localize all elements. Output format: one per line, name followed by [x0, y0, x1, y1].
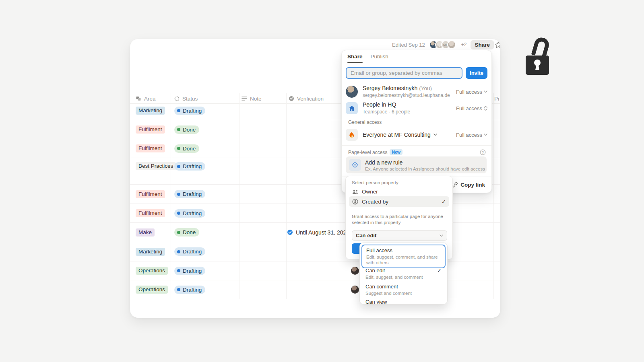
- status-label: Drafting: [183, 210, 202, 216]
- access-level-select[interactable]: Can edit: [352, 230, 447, 241]
- dropdown-option-can-edit[interactable]: Can edit ✓ Edit, suggest, and comment: [361, 265, 446, 282]
- general-access-row[interactable]: Everyone at MF Consulting Full access: [346, 127, 487, 143]
- dropdown-option-can-comment[interactable]: Can comment Suggest and comment: [361, 282, 446, 298]
- status-pill[interactable]: Drafting: [174, 286, 205, 294]
- status-pill[interactable]: Done: [174, 125, 199, 134]
- person-circle-icon: [352, 199, 358, 205]
- verification-value[interactable]: Until August 31, 2026: [287, 229, 349, 236]
- general-access-label: General access: [348, 119, 382, 125]
- status-pill[interactable]: Done: [174, 144, 199, 153]
- access-level-label: Full access: [456, 89, 482, 95]
- presence-avatars[interactable]: MF: [429, 40, 456, 49]
- area-property-icon: [136, 96, 141, 101]
- teamspace-tile: [346, 102, 358, 114]
- flame-icon: [349, 132, 355, 138]
- tab-share[interactable]: Share: [347, 50, 363, 63]
- area-tag[interactable]: Operations: [136, 267, 168, 275]
- lock-shackle: [531, 36, 551, 58]
- column-header-label: Verification: [297, 96, 324, 102]
- access-level-selector[interactable]: Full access: [456, 105, 487, 111]
- access-level-select-value: Can edit: [356, 232, 376, 239]
- document-card: Edited Sep 12 MF +2 Share Area: [130, 39, 500, 318]
- status-pill[interactable]: Drafting: [174, 107, 205, 115]
- access-level-dropdown: Full access Edit, suggest, comment, and …: [359, 243, 448, 304]
- status-pill[interactable]: Drafting: [174, 267, 205, 275]
- status-dot-icon: [177, 128, 180, 131]
- edited-timestamp: Edited Sep 12: [392, 42, 425, 48]
- option-title: Can edit: [365, 267, 385, 274]
- member-row[interactable]: People in HQ Teamspace · 6 people Full a…: [346, 100, 487, 116]
- area-tag[interactable]: Fulfilment: [136, 190, 165, 198]
- note-property-icon: [242, 96, 247, 101]
- rule-tile: [349, 159, 361, 171]
- add-rule-row[interactable]: Add a new rule Ex. Anyone selected in As…: [346, 156, 487, 173]
- option-title: Can comment: [365, 284, 398, 290]
- person-avatar[interactable]: [351, 267, 359, 275]
- status-pill[interactable]: Drafting: [174, 190, 205, 198]
- diamond-plus-icon: [351, 161, 359, 169]
- status-label: Drafting: [183, 108, 202, 114]
- access-level-label: Full access: [456, 105, 482, 111]
- dropdown-option-full-access[interactable]: Full access Edit, suggest, comment, and …: [361, 245, 446, 268]
- share-dialog: Share Publish Invite Sergey Belomestnykh…: [341, 50, 492, 193]
- access-level-selector[interactable]: Full access: [456, 89, 487, 95]
- property-option-created-by[interactable]: Created by ✓: [349, 196, 449, 207]
- verified-badge-icon: [287, 229, 293, 235]
- status-pill[interactable]: Done: [174, 228, 199, 237]
- verification-property-icon: [289, 96, 294, 101]
- column-header-label: Area: [144, 96, 156, 102]
- chevron-down-icon: [484, 134, 487, 136]
- area-tag[interactable]: Fulfilment: [136, 144, 165, 152]
- member-detail: Teamspace · 6 people: [363, 109, 410, 115]
- tab-publish[interactable]: Publish: [371, 50, 388, 63]
- copy-link-button[interactable]: Copy link: [452, 182, 485, 188]
- add-rule-title: Add a new rule: [365, 159, 402, 166]
- area-tag[interactable]: Fulfilment: [136, 209, 165, 217]
- area-tag[interactable]: Fulfilment: [136, 125, 165, 134]
- property-option-label: Owner: [362, 189, 378, 195]
- star-icon[interactable]: [495, 41, 500, 49]
- chevron-down-icon: [433, 134, 437, 136]
- area-tag[interactable]: Best Practices: [136, 162, 176, 170]
- option-subtitle: Suggest and comment: [365, 290, 442, 296]
- share-button[interactable]: Share: [471, 40, 494, 49]
- status-label: Drafting: [183, 287, 202, 293]
- dropdown-option-can-view[interactable]: Can view: [361, 297, 446, 304]
- option-subtitle: Edit, suggest, and comment: [365, 274, 442, 280]
- option-title: Can view: [365, 299, 387, 304]
- column-header-label: Status: [182, 96, 198, 102]
- status-pill[interactable]: Drafting: [174, 247, 205, 256]
- new-badge: New: [390, 149, 402, 155]
- invite-row: Invite: [346, 67, 487, 79]
- area-tag[interactable]: Operations: [136, 286, 168, 294]
- access-level-selector[interactable]: Full access: [456, 132, 487, 138]
- chevron-up-down-icon: [484, 106, 487, 111]
- chevron-down-icon: [440, 234, 443, 237]
- status-dot-icon: [177, 269, 180, 272]
- status-pill[interactable]: Drafting: [174, 162, 205, 171]
- member-avatar: [346, 86, 358, 98]
- area-tag[interactable]: Marketing: [136, 248, 165, 256]
- person-avatar[interactable]: [351, 286, 359, 294]
- member-you-suffix: (You): [419, 85, 432, 91]
- status-label: Done: [183, 146, 196, 152]
- avatar-overflow-count: +2: [461, 42, 467, 47]
- status-dot-icon: [177, 231, 180, 234]
- member-name: Sergey Belomestnykh: [363, 85, 417, 91]
- status-dot-icon: [177, 109, 180, 112]
- divider: [342, 145, 491, 146]
- status-dot-icon: [177, 147, 180, 150]
- help-icon[interactable]: ?: [480, 149, 486, 155]
- area-tag[interactable]: Marketing: [136, 107, 165, 115]
- invite-email-input[interactable]: [346, 67, 462, 79]
- member-name: People in HQ: [363, 101, 396, 108]
- status-pill[interactable]: Drafting: [174, 209, 205, 218]
- status-label: Done: [183, 229, 196, 235]
- copy-link-label: Copy link: [460, 182, 485, 188]
- member-row[interactable]: Sergey Belomestnykh (You) sergey.belomes…: [346, 83, 487, 100]
- area-tag[interactable]: Make: [136, 228, 155, 237]
- invite-button[interactable]: Invite: [466, 67, 487, 79]
- property-option-owner[interactable]: Owner: [349, 187, 449, 197]
- svg-text:?: ?: [482, 150, 484, 154]
- avatar[interactable]: [447, 40, 456, 49]
